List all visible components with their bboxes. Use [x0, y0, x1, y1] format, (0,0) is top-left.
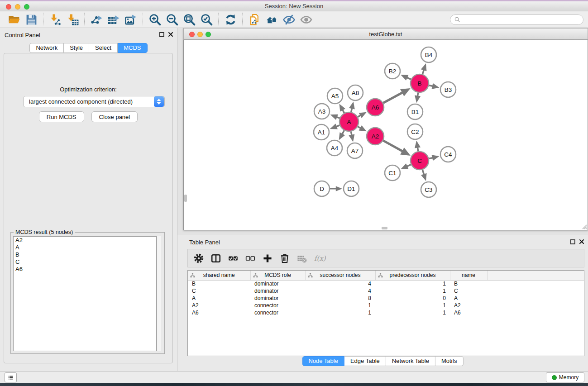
table-cell-filler — [487, 302, 584, 309]
table-cell: 8 — [305, 295, 375, 302]
close-table-panel-icon[interactable] — [579, 239, 584, 244]
mcds-result-item[interactable]: A6 — [14, 266, 156, 273]
memory-button[interactable]: Memory — [546, 372, 584, 382]
run-mcds-button[interactable]: Run MCDS — [39, 111, 84, 122]
refresh-view-button[interactable] — [222, 12, 239, 27]
control-panel-tabs: NetworkStyleSelectMCDS — [0, 43, 177, 53]
table-cell: A — [450, 295, 487, 302]
result-list-scrollbar[interactable] — [157, 236, 162, 351]
column-header-name[interactable]: name — [450, 271, 487, 280]
table-cell: connector — [250, 302, 305, 309]
table-settings-button[interactable] — [191, 251, 207, 266]
split-column-button[interactable] — [208, 251, 224, 266]
window-resize-grip[interactable] — [581, 223, 587, 229]
search-input[interactable] — [461, 16, 579, 24]
mcds-result-item[interactable]: A2 — [14, 237, 156, 244]
table-toolbar: f(x) — [187, 249, 584, 267]
new-network-from-selection-button[interactable] — [246, 12, 263, 27]
tab-select[interactable]: Select — [89, 43, 118, 53]
tab-style[interactable]: Style — [64, 43, 89, 53]
list-icon — [8, 374, 14, 381]
zoom-in-icon — [148, 13, 162, 26]
open-file-button[interactable] — [5, 12, 23, 27]
zoom-out-icon — [166, 13, 179, 26]
column-header-successor-nodes[interactable]: successor nodes — [305, 271, 375, 280]
column-header-shared-name[interactable]: shared name — [188, 271, 250, 280]
tab-motifs[interactable]: Motifs — [435, 356, 464, 366]
mcds-result-item[interactable]: A — [14, 244, 156, 251]
table-cell: dominator — [250, 295, 305, 302]
table-cell: C — [450, 287, 487, 295]
workspace-area: testGlobe.txt B4B2BB3A8A5A6A3B1AA1C2A2A4… — [177, 28, 588, 371]
network-window-titlebar: testGlobe.txt — [183, 28, 588, 40]
column-header-MCDS-role[interactable]: MCDS role — [250, 271, 305, 280]
column-header-predecessor-nodes[interactable]: predecessor nodes — [375, 271, 450, 280]
mcds-result-list: A2ABCA6 — [13, 236, 157, 351]
table-row[interactable]: Adominator80A — [188, 295, 584, 302]
zoom-in-button[interactable] — [146, 12, 163, 27]
graph-node-label-B4: B4 — [425, 52, 433, 58]
import-network-button[interactable] — [47, 12, 64, 27]
toolbar-separator — [218, 13, 219, 26]
function-builder-icon: f(x) — [312, 253, 326, 264]
import-table-button[interactable] — [64, 12, 81, 27]
network-view-window: testGlobe.txt B4B2BB3A8A5A6A3B1AA1C2A2A4… — [183, 28, 588, 230]
network-canvas[interactable]: B4B2BB3A8A5A6A3B1AA1C2A2A4A7C4CC1C3DD1 — [183, 40, 588, 230]
graph-node-label-A2: A2 — [372, 133, 379, 140]
network-vertical-scrollbar[interactable] — [184, 195, 187, 202]
tab-mcds[interactable]: MCDS — [118, 43, 147, 53]
toggle-graphics-details-button[interactable] — [280, 12, 297, 27]
network-window-title: testGlobe.txt — [184, 31, 588, 38]
show-graphics-eye-button[interactable] — [297, 12, 315, 27]
tab-network[interactable]: Network — [29, 43, 64, 53]
zoom-out-button[interactable] — [163, 12, 181, 27]
deselect-all-columns-button[interactable] — [242, 251, 258, 266]
table-row[interactable]: A6connector11A6 — [188, 309, 584, 316]
attribute-tree-icon — [253, 273, 258, 278]
table-panel-title: Table Panel — [189, 239, 220, 246]
save-session-button[interactable] — [23, 12, 40, 27]
table-row[interactable]: A2connector11A2 — [188, 302, 584, 309]
criterion-dropdown[interactable]: largest connected component (directed) — [23, 96, 165, 107]
select-all-columns-button[interactable] — [225, 251, 241, 266]
criterion-selected-value: largest connected component (directed) — [24, 98, 154, 105]
delete-column-button[interactable] — [277, 251, 293, 266]
float-panel-icon[interactable] — [159, 32, 164, 37]
select-all-columns-icon — [228, 253, 239, 264]
graph-node-label-B2: B2 — [389, 68, 397, 75]
mcds-result-item[interactable]: C — [14, 258, 156, 266]
mcds-result-item[interactable]: B — [14, 251, 156, 258]
table-cell: 4 — [305, 287, 375, 295]
status-bar: Memory — [0, 371, 588, 383]
export-table-button[interactable] — [105, 12, 122, 27]
zoom-fit-button[interactable] — [181, 12, 198, 27]
zoom-selected-button[interactable] — [198, 12, 215, 27]
search-box[interactable] — [450, 14, 583, 25]
arrowhead-A-A7 — [349, 134, 354, 142]
export-image-button[interactable] — [122, 12, 139, 27]
table-cell: C — [188, 287, 250, 295]
network-horizontal-scrollbar[interactable] — [382, 227, 387, 229]
mcds-result-title: MCDS result (5 nodes) — [14, 229, 75, 235]
float-table-panel-icon[interactable] — [570, 239, 575, 244]
browser-home-button[interactable] — [263, 12, 280, 27]
table-row[interactable]: Cdominator41C — [188, 287, 584, 295]
graph-node-label-C2: C2 — [411, 129, 419, 135]
close-panel-button[interactable]: Close panel — [91, 111, 138, 122]
function-builder-button: f(x) — [311, 251, 327, 266]
task-history-button[interactable] — [5, 372, 17, 382]
attribute-tree-icon — [308, 273, 313, 278]
close-panel-icon[interactable] — [168, 32, 173, 37]
tab-network-table[interactable]: Network Table — [386, 356, 435, 366]
arrowhead-C-C3 — [421, 173, 427, 181]
tab-edge-table[interactable]: Edge Table — [344, 356, 386, 366]
table-cell: A6 — [188, 309, 250, 316]
graph-node-label-A3: A3 — [318, 108, 326, 115]
toolbar-separator — [143, 13, 143, 26]
graph-node-label-A5: A5 — [331, 93, 339, 100]
table-row[interactable]: Bdominator41B — [188, 280, 584, 287]
export-network-button[interactable] — [88, 12, 105, 27]
add-column-button[interactable] — [259, 251, 276, 266]
table-cell: 1 — [305, 309, 375, 316]
tab-node-table[interactable]: Node Table — [302, 356, 344, 366]
